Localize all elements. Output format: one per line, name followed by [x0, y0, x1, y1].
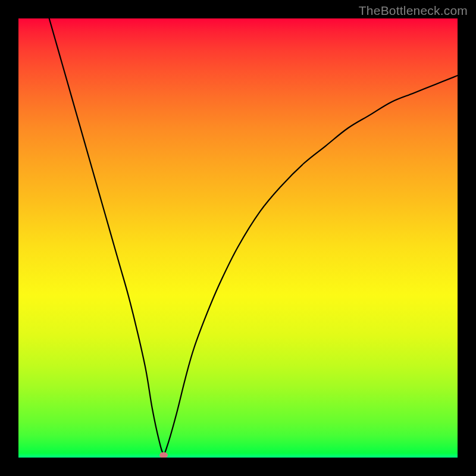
- chart-frame: TheBottleneck.com: [0, 0, 476, 476]
- bottleneck-curve: [18, 18, 458, 458]
- plot-area: [18, 18, 458, 458]
- min-marker-icon: [159, 452, 168, 458]
- watermark-text: TheBottleneck.com: [359, 4, 468, 18]
